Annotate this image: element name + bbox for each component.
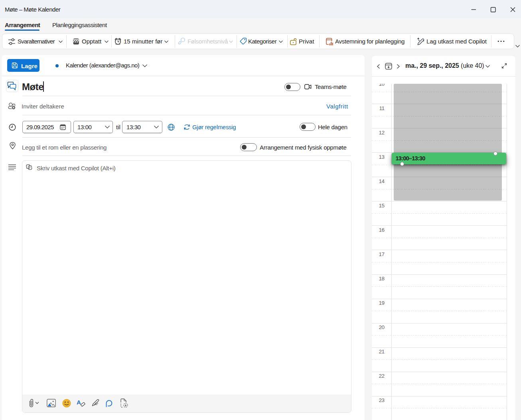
svg-text:A: A — [77, 399, 81, 406]
